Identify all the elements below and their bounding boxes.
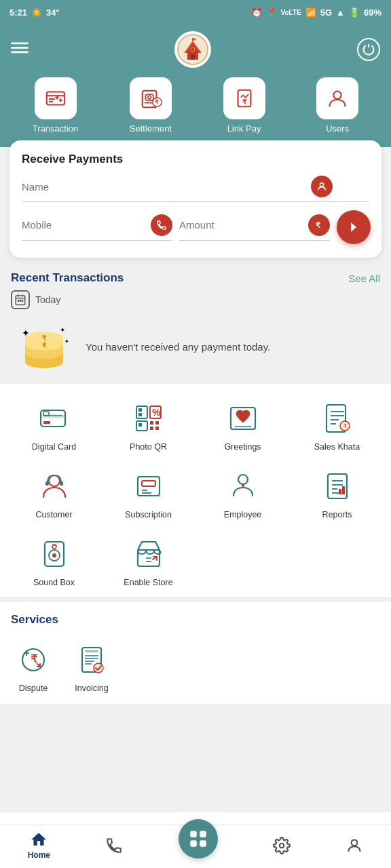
settlement-label: Settlement bbox=[130, 123, 172, 134]
bottom-navigation: Home bbox=[0, 825, 391, 868]
svg-rect-74 bbox=[142, 481, 155, 486]
settlement-button[interactable]: ₹ Settlement bbox=[130, 77, 172, 134]
invoicing-button[interactable]: Invoicing bbox=[69, 636, 114, 697]
wifi-icon: 📶 bbox=[305, 7, 316, 18]
users-button[interactable]: Users bbox=[316, 77, 358, 134]
sales-khata-label: Sales Khata bbox=[314, 442, 360, 452]
calendar-icon bbox=[11, 290, 30, 309]
svg-point-32 bbox=[22, 300, 23, 302]
svg-rect-56 bbox=[138, 423, 142, 427]
name-input-row bbox=[22, 176, 369, 202]
services-section: Services ₹ Dispute bbox=[0, 597, 391, 704]
svg-rect-84 bbox=[339, 489, 341, 494]
empty-message: You haven't received any payment today. bbox=[86, 340, 270, 354]
svg-text:₹: ₹ bbox=[242, 98, 247, 106]
receive-payments-title: Receive Payments bbox=[22, 153, 369, 166]
sound-box-label: Sound Box bbox=[33, 578, 75, 587]
weather-icon: ☀️ bbox=[31, 7, 42, 18]
mobile-amount-row: ₹ bbox=[22, 210, 369, 244]
menu-button[interactable] bbox=[11, 39, 29, 60]
svg-rect-50 bbox=[136, 406, 147, 418]
svg-rect-109 bbox=[192, 833, 193, 834]
svg-rect-7 bbox=[191, 54, 195, 60]
svg-rect-57 bbox=[150, 421, 153, 425]
mobile-input-row bbox=[22, 214, 172, 241]
status-bar: 5:21 ☀️ 34° ⏰ 📍 VoLTE 📶 5G ▲ 🔋 69% bbox=[0, 0, 391, 24]
nav-phone[interactable] bbox=[105, 837, 123, 854]
svg-text:₹: ₹ bbox=[155, 99, 159, 106]
volte-icon: VoLTE bbox=[281, 9, 301, 16]
svg-rect-46 bbox=[41, 414, 65, 418]
signal-icon: ▲ bbox=[336, 7, 345, 18]
svg-rect-71 bbox=[45, 481, 49, 486]
svg-rect-85 bbox=[342, 486, 345, 494]
sound-box-button[interactable]: Sound Box bbox=[7, 530, 101, 591]
svg-point-24 bbox=[320, 183, 323, 186]
svg-point-70 bbox=[49, 475, 60, 486]
svg-text:₹: ₹ bbox=[42, 334, 47, 342]
svg-rect-60 bbox=[155, 427, 159, 430]
svg-point-77 bbox=[238, 475, 248, 484]
services-title: Services bbox=[11, 613, 380, 627]
enable-store-label: Enable Store bbox=[124, 578, 172, 587]
nav-scan-button[interactable] bbox=[179, 819, 218, 859]
greetings-label: Greetings bbox=[224, 442, 261, 452]
app-header bbox=[0, 24, 391, 77]
svg-rect-59 bbox=[150, 427, 153, 430]
svg-point-23 bbox=[334, 92, 341, 99]
linkpay-button[interactable]: ₹ Link Pay bbox=[223, 77, 265, 134]
today-row: Today bbox=[0, 289, 391, 316]
alarm-icon: ⏰ bbox=[251, 7, 262, 18]
nav-profile[interactable] bbox=[346, 837, 363, 854]
coins-image: ₹ ₹ ✦ ✦ ✦ bbox=[14, 323, 75, 370]
dispute-label: Dispute bbox=[19, 684, 48, 693]
svg-rect-111 bbox=[192, 842, 193, 844]
dispute-button[interactable]: ₹ Dispute bbox=[11, 636, 56, 697]
svg-point-88 bbox=[52, 553, 56, 557]
nav-settings[interactable] bbox=[273, 837, 291, 854]
see-all-button[interactable]: See All bbox=[348, 273, 380, 284]
battery-display: 69% bbox=[364, 7, 381, 18]
send-payment-button[interactable] bbox=[337, 210, 371, 244]
sales-khata-button[interactable]: ₹ Sales Khata bbox=[290, 395, 384, 456]
svg-text:₹: ₹ bbox=[343, 423, 346, 429]
network-display: 5G bbox=[320, 7, 332, 18]
amount-input[interactable] bbox=[179, 219, 308, 231]
svg-rect-51 bbox=[138, 408, 142, 412]
battery-icon: 🔋 bbox=[349, 7, 360, 18]
photo-qr-button[interactable]: % Photo QR bbox=[101, 395, 196, 456]
enable-store-button[interactable]: Enable Store bbox=[101, 530, 196, 591]
employee-label: Employee bbox=[224, 510, 262, 519]
nav-home[interactable]: Home bbox=[28, 831, 50, 860]
power-button[interactable] bbox=[357, 38, 380, 61]
empty-transactions-state: ₹ ₹ ✦ ✦ ✦ You haven't received any payme… bbox=[0, 316, 391, 384]
svg-point-30 bbox=[18, 300, 19, 302]
svg-rect-47 bbox=[43, 421, 50, 424]
photo-qr-label: Photo QR bbox=[130, 442, 167, 452]
transaction-button[interactable]: Transaction bbox=[33, 77, 78, 134]
svg-rect-78 bbox=[242, 484, 244, 486]
subscription-button[interactable]: Subscription bbox=[101, 462, 196, 524]
svg-text:✦: ✦ bbox=[22, 328, 30, 338]
svg-rect-112 bbox=[202, 842, 203, 844]
subscription-label: Subscription bbox=[125, 510, 172, 519]
mobile-input[interactable] bbox=[22, 219, 151, 231]
amount-input-row: ₹ bbox=[179, 214, 330, 241]
app-logo bbox=[174, 31, 211, 68]
customer-button[interactable]: Customer bbox=[7, 462, 101, 524]
svg-rect-58 bbox=[155, 421, 159, 425]
svg-rect-0 bbox=[11, 42, 29, 44]
digital-card-button[interactable]: Digital Card bbox=[7, 395, 101, 456]
employee-button[interactable]: Employee bbox=[196, 462, 290, 524]
name-input[interactable] bbox=[22, 181, 311, 193]
today-label: Today bbox=[35, 294, 60, 305]
nav-home-label: Home bbox=[28, 850, 50, 860]
svg-point-113 bbox=[280, 843, 284, 848]
menu-grid: Digital Card % bbox=[0, 384, 391, 597]
greetings-button[interactable]: Greetings bbox=[196, 395, 290, 456]
location-icon: 📍 bbox=[266, 7, 277, 18]
reports-button[interactable]: Reports bbox=[290, 462, 384, 524]
svg-text:₹: ₹ bbox=[316, 221, 320, 229]
name-icon bbox=[311, 176, 333, 197]
svg-point-17 bbox=[148, 96, 151, 99]
